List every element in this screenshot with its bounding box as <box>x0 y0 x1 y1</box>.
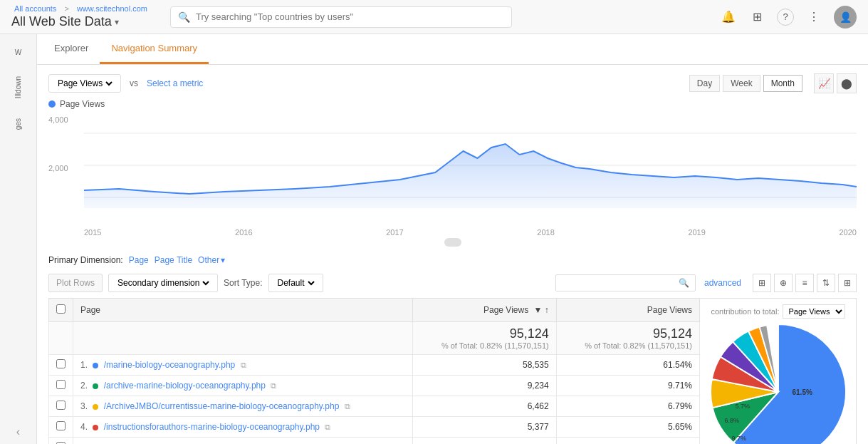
x-label-2019: 2019 <box>688 228 705 237</box>
pie-chart-area: contribution to total: Page Views 61.5% … <box>700 298 857 444</box>
search-input[interactable] <box>196 11 504 22</box>
row-views-cell: 5,377 <box>413 417 556 438</box>
chart-with-yaxis: 4,000 2,000 <box>48 112 857 237</box>
x-label-2018: 2018 <box>537 228 554 237</box>
contribution-metric-select[interactable]: Page Views <box>783 304 845 319</box>
row-page-link[interactable]: /archive-marine-biology-oceanography.php <box>104 381 266 391</box>
scroll-handle[interactable] <box>444 238 461 247</box>
col-pageviews-1: Page Views ▼ ↑ <box>413 299 556 322</box>
col-checkbox <box>49 299 73 322</box>
copy-icon[interactable]: ⧉ <box>345 402 350 411</box>
line-chart-icon[interactable]: 📈 <box>814 73 834 93</box>
row-number: 4. <box>80 422 88 432</box>
row-number: 1. <box>80 360 88 370</box>
row-page-link[interactable]: /ArchiveJMBO/currentissue-marine-biology… <box>104 401 340 411</box>
legend-label: Page Views <box>60 99 105 109</box>
title-dropdown-icon[interactable]: ▾ <box>115 17 119 27</box>
row-page-cell: 5. /editorialboard-marine-biology-oceano… <box>73 438 413 445</box>
row-checkbox[interactable] <box>56 380 66 389</box>
sidebar-collapse-button[interactable]: ‹ <box>0 420 36 444</box>
sort-type-label: Sort Type: <box>224 278 262 288</box>
row-checkbox-cell <box>49 376 73 396</box>
grid-icon[interactable]: ⊞ <box>748 9 765 26</box>
table-view-add-icon[interactable]: ⊕ <box>774 274 793 292</box>
tab-navigation-summary[interactable]: Navigation Summary <box>100 34 209 64</box>
help-icon[interactable]: ? <box>777 9 794 26</box>
table-controls: Plot Rows Secondary dimension Sort Type:… <box>48 274 857 292</box>
x-label-2015: 2015 <box>84 228 101 237</box>
main-layout: W Illdown ges ‹ Explorer Navigation Summ… <box>0 34 868 444</box>
chart-area: Page Views vs Select a metric Day Week M… <box>37 65 868 247</box>
tab-explorer[interactable]: Explorer <box>43 34 100 64</box>
pie-chart-icon[interactable]: ⬤ <box>837 73 857 93</box>
dim-page-title[interactable]: Page Title <box>155 255 192 265</box>
table-search-wrap[interactable]: marine-biology-oceanogra 🔍 <box>555 274 696 291</box>
row-pct-cell: 4.61% <box>556 438 699 445</box>
secondary-dimension-dropdown[interactable]: Secondary dimension <box>115 277 211 289</box>
view-icons: 📈 ⬤ <box>814 73 857 93</box>
table-view-list-icon[interactable]: ≡ <box>795 274 814 292</box>
week-button[interactable]: Week <box>723 75 760 92</box>
row-pct-cell: 61.54% <box>556 355 699 376</box>
copy-icon[interactable]: ⧉ <box>271 381 276 390</box>
sidebar-item-w[interactable]: W <box>0 40 36 65</box>
table-view-more-icon[interactable]: ⊞ <box>838 274 857 292</box>
chart-svg-container: 2015 2016 2017 2018 2019 2020 <box>84 112 857 237</box>
sort-toggle-icon[interactable]: ↑ <box>545 305 549 315</box>
scroll-handle-wrap <box>48 238 857 247</box>
content-area: Explorer Navigation Summary Page Views v… <box>37 34 868 444</box>
copy-icon[interactable]: ⧉ <box>241 361 246 369</box>
sidebar-item-illdown-label: Illdown <box>14 76 22 98</box>
avatar[interactable]: 👤 <box>834 6 857 29</box>
plot-rows-button[interactable]: Plot Rows <box>48 274 103 292</box>
row-checkbox[interactable] <box>56 401 66 410</box>
table-view-filter-icon[interactable]: ⇅ <box>817 274 835 292</box>
bell-icon[interactable]: 🔔 <box>720 9 737 26</box>
secondary-dimension-select[interactable]: Secondary dimension <box>108 274 218 292</box>
select-metric-link[interactable]: Select a metric <box>147 78 203 88</box>
chart-svg <box>84 112 857 226</box>
sidebar-item-illdown[interactable]: Illdown <box>0 68 36 107</box>
row-checkbox[interactable] <box>56 421 66 430</box>
row-color-dot <box>93 404 98 410</box>
row-views-cell: 4,381 <box>413 438 556 445</box>
row-views-cell: 58,535 <box>413 355 556 376</box>
sort-icon[interactable]: ▼ <box>533 305 542 315</box>
metric-dropdown[interactable]: Page Views <box>55 78 115 89</box>
x-label-2020: 2020 <box>839 228 856 237</box>
primary-dimension: Primary Dimension: Page Page Title Other… <box>48 255 857 265</box>
chart-legend: Page Views <box>48 99 857 109</box>
dim-other[interactable]: Other ▾ <box>198 255 225 265</box>
search-icon: 🔍 <box>178 11 190 23</box>
row-page-link[interactable]: /instructionsforauthors-marine-biology-o… <box>104 422 320 432</box>
y-label-2000: 2,000 <box>48 164 84 172</box>
row-pct-cell: 5.65% <box>556 417 699 438</box>
sort-type-select[interactable]: Default <box>268 274 323 292</box>
dim-page[interactable]: Page <box>129 255 149 265</box>
advanced-link[interactable]: advanced <box>704 278 741 288</box>
copy-icon[interactable]: ⧉ <box>325 423 330 431</box>
pie-svg <box>711 324 846 444</box>
col-page: Page <box>73 299 413 322</box>
row-page-link[interactable]: /marine-biology-oceanography.php <box>104 360 236 370</box>
sort-type-dropdown[interactable]: Default <box>275 277 317 289</box>
tabs: Explorer Navigation Summary <box>37 34 868 65</box>
day-button[interactable]: Day <box>689 75 720 92</box>
row-checkbox-cell <box>49 396 73 417</box>
sidebar-item-ges[interactable]: ges <box>0 110 36 138</box>
more-icon[interactable]: ⋮ <box>805 9 822 26</box>
month-button[interactable]: Month <box>763 75 802 92</box>
table-search-icon[interactable]: 🔍 <box>679 278 689 288</box>
table-view-grid-icon[interactable]: ⊞ <box>753 274 771 292</box>
row-page-cell: 4. /instructionsforauthors-marine-biolog… <box>73 417 413 438</box>
select-all-checkbox[interactable] <box>56 304 66 314</box>
row-views-cell: 9,234 <box>413 376 556 396</box>
site-title[interactable]: All Web Site Data ▾ <box>11 14 150 29</box>
table-search-input[interactable]: marine-biology-oceanogra <box>562 278 676 288</box>
x-label-2016: 2016 <box>235 228 252 237</box>
search-bar[interactable]: 🔍 <box>170 6 512 28</box>
table-row: 3. /ArchiveJMBO/currentissue-marine-biol… <box>49 396 700 417</box>
row-checkbox-cell <box>49 417 73 438</box>
row-checkbox[interactable] <box>56 359 66 368</box>
metric-select[interactable]: Page Views <box>48 74 121 93</box>
